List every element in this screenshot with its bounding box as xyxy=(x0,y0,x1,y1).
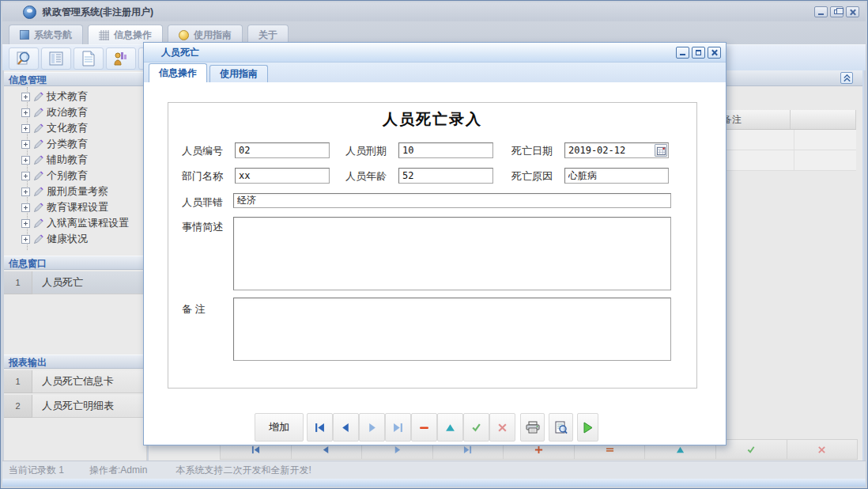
tree-item[interactable]: 健康状况 xyxy=(21,231,146,247)
expand-icon[interactable] xyxy=(21,235,30,244)
tree-item[interactable]: 政治教育 xyxy=(21,104,146,120)
form-button[interactable] xyxy=(41,47,71,70)
edit-record-icon xyxy=(676,445,685,454)
expand-icon[interactable] xyxy=(21,93,30,101)
collapse-panel-button[interactable] xyxy=(840,72,853,84)
expand-icon[interactable] xyxy=(21,219,30,228)
death-cause-input[interactable] xyxy=(564,168,669,184)
report-row-death-info-card[interactable]: 1 人员死亡信息卡 xyxy=(4,370,146,393)
tree-item[interactable]: 分类教育 xyxy=(21,136,146,152)
expand-icon[interactable] xyxy=(21,203,30,212)
expand-icon[interactable] xyxy=(21,124,30,133)
sentence-label: 人员刑期 xyxy=(345,144,387,158)
expand-icon[interactable] xyxy=(21,140,30,149)
info-window-row-person-death[interactable]: 1 人员死亡 xyxy=(4,271,146,294)
search-button[interactable] xyxy=(9,47,39,70)
dialog-maximize-button[interactable] xyxy=(692,47,705,59)
app-window: 狱政管理系统(非注册用户) 系统导航 信息操作 使用指南 关于 xyxy=(0,0,868,489)
last-record-button[interactable] xyxy=(385,413,411,442)
pen-icon xyxy=(33,187,43,197)
age-input[interactable] xyxy=(398,168,493,184)
dialog-tab-user-guide[interactable]: 使用指南 xyxy=(209,65,268,82)
delete-record-button[interactable] xyxy=(411,413,437,442)
pen-icon xyxy=(33,218,43,229)
death-date-input[interactable] xyxy=(564,142,669,158)
last-record-icon xyxy=(393,423,403,433)
expand-icon[interactable] xyxy=(21,108,30,117)
grid-icon xyxy=(99,30,109,40)
close-icon xyxy=(711,49,718,56)
search-icon xyxy=(15,51,32,66)
first-record-button[interactable] xyxy=(307,413,333,442)
pen-icon xyxy=(33,171,43,181)
edit-record-button[interactable] xyxy=(437,413,463,442)
document-button[interactable] xyxy=(74,47,104,70)
close-button[interactable] xyxy=(846,6,859,17)
print-preview-button[interactable] xyxy=(549,413,573,442)
person-id-input[interactable] xyxy=(235,142,330,158)
restore-button[interactable] xyxy=(830,6,843,17)
tree-item[interactable]: 服刑质量考察 xyxy=(21,184,146,199)
info-management-tree: 技术教育 政治教育 文化教育 分类教育 辅助教育 xyxy=(4,87,146,255)
sidebar-header-info-window: 信息窗口 xyxy=(4,256,146,270)
expand-icon[interactable] xyxy=(21,156,30,165)
date-picker-button[interactable] xyxy=(655,144,667,157)
tree-item[interactable]: 辅助教育 xyxy=(21,152,146,168)
pen-icon xyxy=(33,155,43,165)
row-number: 1 xyxy=(4,370,32,393)
sidebar: 信息管理 技术教育 政治教育 文化教育 分类教育 xyxy=(4,70,147,461)
close-icon xyxy=(849,9,856,16)
tree-item[interactable]: 教育课程设置 xyxy=(21,199,146,215)
confirm-icon xyxy=(746,445,756,454)
remark-textarea[interactable] xyxy=(233,298,671,361)
confirm-button[interactable] xyxy=(463,413,489,442)
tab-label: 使用指南 xyxy=(194,28,232,42)
cancel-button[interactable] xyxy=(489,413,515,442)
next-record-icon xyxy=(367,423,377,433)
app-logo-icon xyxy=(23,6,36,19)
print-button[interactable] xyxy=(520,413,545,442)
add-button[interactable]: 增加 xyxy=(255,413,304,442)
calendar-icon xyxy=(657,146,666,155)
dialog-close-button[interactable] xyxy=(708,47,721,59)
tab-label: 信息操作 xyxy=(114,28,152,42)
dialog-tab-info-operation[interactable]: 信息操作 xyxy=(149,63,207,82)
report-row-death-detail-table[interactable]: 2 人员死亡明细表 xyxy=(4,395,146,418)
form-icon xyxy=(48,51,64,66)
expand-icon[interactable] xyxy=(21,172,30,180)
tree-item[interactable]: 个别教育 xyxy=(21,168,146,184)
sentence-input[interactable] xyxy=(398,142,493,158)
run-button[interactable] xyxy=(577,413,598,442)
operator: 操作者:Admin xyxy=(89,464,147,477)
tree-item[interactable]: 入狱离监课程设置 xyxy=(21,215,146,231)
summary-label: 事情简述 xyxy=(182,220,223,234)
tab-system-nav[interactable]: 系统导航 xyxy=(9,25,83,44)
row-number: 2 xyxy=(4,395,32,418)
summary-textarea[interactable] xyxy=(233,217,671,290)
death-cause-label: 死亡原因 xyxy=(511,169,553,184)
dialog-minimize-button[interactable] xyxy=(676,47,689,59)
department-input[interactable] xyxy=(235,168,330,184)
crime-input[interactable] xyxy=(233,193,671,208)
tree-item[interactable]: 技术教育 xyxy=(21,89,146,104)
age-label: 人员年龄 xyxy=(345,169,387,184)
person-chart-button[interactable] xyxy=(106,47,136,70)
print-preview-icon xyxy=(554,421,568,434)
print-icon xyxy=(526,421,540,434)
prev-record-button[interactable] xyxy=(333,413,359,442)
window-title: 狱政管理系统(非注册用户) xyxy=(43,6,153,19)
first-record-icon xyxy=(251,445,260,454)
cancel-icon xyxy=(497,423,508,433)
next-record-button[interactable] xyxy=(359,413,385,442)
person-id-label: 人员编号 xyxy=(182,144,223,158)
confirm-button[interactable] xyxy=(716,439,787,460)
next-record-icon xyxy=(393,445,402,454)
tree-item-label: 服刑质量考察 xyxy=(47,184,108,199)
tree-item[interactable]: 文化教育 xyxy=(21,120,146,136)
minimize-button[interactable] xyxy=(814,6,828,17)
run-icon xyxy=(583,422,594,434)
crime-label: 人员罪错 xyxy=(182,195,223,210)
tree-item-label: 文化教育 xyxy=(47,121,88,135)
cancel-button[interactable] xyxy=(787,439,859,460)
expand-icon[interactable] xyxy=(21,188,30,196)
